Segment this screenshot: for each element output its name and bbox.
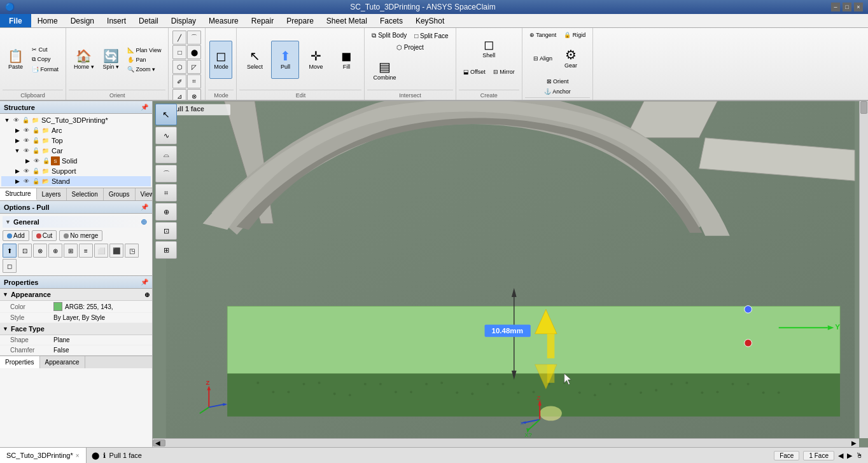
zoom-button[interactable]: 🔍 Zoom ▾ (124, 65, 164, 74)
sketch-tool-2[interactable]: ⌒ (187, 31, 201, 45)
titlebar-controls[interactable]: – □ × (831, 3, 863, 11)
home-button[interactable]: 🏠 Home ▾ (70, 41, 98, 79)
scroll-left-button[interactable]: ◀ (155, 439, 160, 446)
sketch-tool-5[interactable]: ⬡ (172, 60, 186, 74)
curve-tool-4[interactable]: ⌗ (155, 184, 177, 202)
select-tool-button[interactable]: ↖ (155, 104, 177, 125)
anchor-button[interactable]: ⚓ Anchor (541, 87, 574, 96)
tab-layers[interactable]: Layers (37, 188, 67, 200)
tree-arrow-arc[interactable]: ▶ (13, 127, 22, 134)
project-button[interactable]: ⬡ Project (393, 43, 427, 52)
properties-pin-button[interactable]: 📌 (141, 279, 148, 286)
sketch-tool-6[interactable]: ◸ (187, 60, 201, 74)
lock-icon-support[interactable]: 🔓 (31, 167, 40, 176)
lock-icon-solid[interactable]: 🔓 (41, 156, 50, 165)
close-button[interactable]: × (854, 3, 863, 11)
eye-icon-0[interactable]: 👁 (11, 116, 20, 125)
menu-detail[interactable]: Detail (132, 14, 165, 27)
split-face-button[interactable]: □ Split Face (411, 31, 451, 41)
split-body-button[interactable]: ⧉ Split Body (368, 31, 410, 41)
lock-icon-car[interactable]: 🔓 (31, 146, 40, 155)
appearance-expand-icon[interactable]: ⊕ (144, 291, 150, 298)
mirror-button[interactable]: ⊟ Mirror (490, 67, 518, 76)
tree-item-arc[interactable]: ▶ 👁 🔓 📁 Arc (1, 125, 151, 135)
prop-tab-properties[interactable]: Properties (0, 356, 40, 368)
pull-tool-6[interactable]: ≡ (79, 244, 93, 258)
pull-button[interactable]: ⬆ Pull (271, 41, 299, 79)
structure-pin-button[interactable]: 📌 (141, 104, 148, 111)
general-expand-icon[interactable]: ⊕ (141, 218, 147, 226)
lock-icon-arc[interactable]: 🔓 (31, 126, 40, 135)
sketch-tool-4[interactable]: ⬤ (187, 45, 201, 59)
sketch-tool-9[interactable]: ⊿ (172, 89, 186, 101)
add-button[interactable]: Add (3, 230, 29, 241)
tab-structure[interactable]: Structure (0, 188, 37, 200)
eye-icon-solid[interactable]: 👁 (32, 156, 41, 165)
tree-item-top[interactable]: ▶ 👁 🔓 📁 Top (1, 135, 151, 146)
eye-icon-support[interactable]: 👁 (22, 167, 31, 176)
pull-tool-7[interactable]: ⬜ (94, 244, 108, 258)
align-button[interactable]: ⊟ Align (530, 41, 556, 76)
point-tool[interactable]: ⊕ (155, 203, 177, 221)
cut-button[interactable]: ✂ Cut (29, 45, 62, 54)
paste-button[interactable]: 📋 Paste (4, 41, 27, 79)
general-section-header[interactable]: ▼ General ⊕ (3, 216, 150, 228)
tree-arrow-top[interactable]: ▶ (13, 137, 22, 144)
face-count-button[interactable]: 1 Face (803, 451, 834, 460)
sketch-tool-3[interactable]: □ (172, 45, 186, 59)
offset-button[interactable]: ⬓ Offset (460, 67, 489, 76)
orient-asm-button[interactable]: ⊠ Orient (543, 77, 572, 86)
pull-tool-10[interactable]: ◻ (3, 259, 17, 273)
face-selector-button[interactable]: Face (774, 451, 799, 460)
tree-area[interactable]: ▼ 👁 🔓 📁 SC_Tuto_3DPrinting* ▶ 👁 🔓 📁 (0, 114, 152, 188)
format-button[interactable]: 📑 Format (29, 65, 62, 74)
menu-file[interactable]: File (0, 14, 31, 27)
pull-tool-2[interactable]: ⊡ (18, 244, 32, 258)
rigid-button[interactable]: 🔒 Rigid (561, 31, 589, 39)
pull-tool-8[interactable]: ⬛ (109, 244, 123, 258)
menu-home[interactable]: Home (31, 14, 64, 27)
tree-item-car[interactable]: ▼ 👁 🔓 📁 Car (1, 146, 151, 156)
pull-tool-4[interactable]: ⊕ (48, 244, 62, 258)
menu-repair[interactable]: Repair (245, 14, 280, 27)
move-button[interactable]: ✛ Move (302, 41, 330, 79)
tree-arrow-car[interactable]: ▼ (13, 148, 22, 154)
menu-keyshot[interactable]: KeyShot (409, 14, 451, 27)
menu-prepare[interactable]: Prepare (280, 14, 320, 27)
scroll-right-button[interactable]: ▶ (851, 439, 857, 446)
transform-tool[interactable]: ⊡ (155, 222, 177, 240)
pull-tool-5[interactable]: ⊞ (64, 244, 78, 258)
menu-sheet-metal[interactable]: Sheet Metal (320, 14, 374, 27)
no-merge-button[interactable]: No merge (59, 230, 102, 241)
combine-button[interactable]: ▤ Combine (368, 53, 400, 88)
fill-button[interactable]: ◼ Fill (332, 41, 360, 79)
tangent-button[interactable]: ⊕ Tangent (526, 31, 559, 39)
curve-tool-1[interactable]: ∿ (155, 127, 177, 144)
gear-button[interactable]: ⚙ Gear (557, 41, 585, 76)
curve-tool-2[interactable]: ⌓ (155, 146, 177, 163)
lock-icon-0[interactable]: 🔓 (21, 116, 30, 125)
sketch-tool-1[interactable]: ╱ (172, 31, 186, 45)
viewport[interactable]: ↖ ∿ ⌓ ⌒ ⌗ ⊕ ⊡ ⊞ (153, 101, 868, 447)
menu-display[interactable]: Display (165, 14, 202, 27)
lock-icon-top[interactable]: 🔓 (31, 136, 40, 145)
mode-button[interactable]: ◻ Mode (209, 41, 232, 79)
lock-icon-stand[interactable]: 🔓 (31, 177, 40, 186)
menu-insert[interactable]: Insert (101, 14, 132, 27)
sketch-tool-7[interactable]: ✐ (172, 74, 186, 88)
tree-item-solid[interactable]: ▶ 👁 🔓 S Solid (1, 156, 151, 166)
eye-icon-arc[interactable]: 👁 (22, 126, 31, 135)
menu-design[interactable]: Design (64, 14, 101, 27)
tab-selection[interactable]: Selection (67, 188, 104, 200)
tab-groups[interactable]: Groups (104, 188, 136, 200)
select-button[interactable]: ↖ Select (241, 41, 269, 79)
eye-icon-car[interactable]: 👁 (22, 146, 31, 155)
options-pin-button[interactable]: 📌 (141, 204, 148, 211)
sketch-tool-8[interactable]: ⌗ (187, 74, 201, 88)
scrollbar-horizontal[interactable]: ◀ ▶ (153, 438, 859, 447)
spin-button[interactable]: 🔄 Spin ▾ (99, 41, 123, 79)
shell-button[interactable]: ◻ Shell (475, 31, 503, 66)
doc-tab[interactable]: SC_Tuto_3DPrinting* × (0, 448, 87, 463)
pull-tool-3[interactable]: ⊗ (33, 244, 47, 258)
scrollbar-vertical[interactable] (859, 101, 868, 438)
